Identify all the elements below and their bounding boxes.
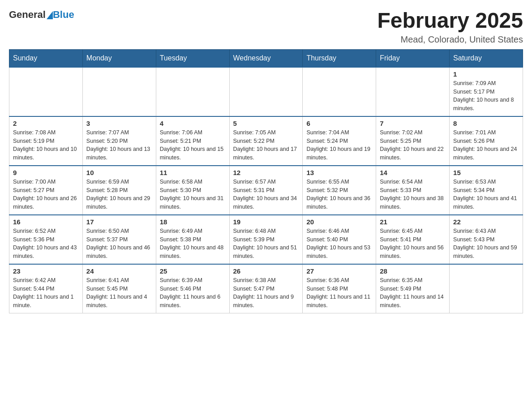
day-number: 23 xyxy=(13,267,79,275)
calendar-cell: 7Sunrise: 7:02 AMSunset: 5:25 PMDaylight… xyxy=(376,116,450,166)
calendar-cell: 19Sunrise: 6:48 AMSunset: 5:39 PMDayligh… xyxy=(229,215,303,264)
day-info: Sunrise: 7:09 AMSunset: 5:17 PMDaylight:… xyxy=(453,79,519,113)
day-info: Sunrise: 6:49 AMSunset: 5:38 PMDaylight:… xyxy=(160,227,226,261)
day-info: Sunrise: 6:39 AMSunset: 5:46 PMDaylight:… xyxy=(160,276,226,310)
day-info: Sunrise: 6:41 AMSunset: 5:45 PMDaylight:… xyxy=(86,276,152,310)
week-row: 1Sunrise: 7:09 AMSunset: 5:17 PMDaylight… xyxy=(9,67,523,116)
day-info: Sunrise: 6:45 AMSunset: 5:41 PMDaylight:… xyxy=(380,227,446,261)
day-number: 3 xyxy=(86,120,152,127)
day-info: Sunrise: 6:46 AMSunset: 5:40 PMDaylight:… xyxy=(306,227,372,261)
day-info: Sunrise: 6:36 AMSunset: 5:48 PMDaylight:… xyxy=(306,276,372,310)
calendar-cell: 9Sunrise: 7:00 AMSunset: 5:27 PMDaylight… xyxy=(9,166,83,215)
day-info: Sunrise: 7:00 AMSunset: 5:27 PMDaylight:… xyxy=(13,178,79,211)
day-number: 7 xyxy=(380,120,446,127)
calendar-cell xyxy=(9,67,83,116)
day-info: Sunrise: 6:42 AMSunset: 5:44 PMDaylight:… xyxy=(13,276,79,310)
week-row: 2Sunrise: 7:08 AMSunset: 5:19 PMDaylight… xyxy=(9,116,523,166)
day-number: 6 xyxy=(306,120,372,127)
day-number: 26 xyxy=(233,267,299,275)
day-number: 28 xyxy=(380,267,446,275)
calendar-cell: 10Sunrise: 6:59 AMSunset: 5:28 PMDayligh… xyxy=(82,166,156,215)
day-info: Sunrise: 6:55 AMSunset: 5:32 PMDaylight:… xyxy=(306,178,372,211)
calendar-table: SundayMondayTuesdayWednesdayThursdayFrid… xyxy=(9,49,523,314)
day-info: Sunrise: 7:07 AMSunset: 5:20 PMDaylight:… xyxy=(86,128,152,162)
calendar-cell: 3Sunrise: 7:07 AMSunset: 5:20 PMDaylight… xyxy=(82,116,156,166)
calendar-day-header: Sunday xyxy=(9,49,83,67)
calendar-cell: 27Sunrise: 6:36 AMSunset: 5:48 PMDayligh… xyxy=(303,264,376,313)
week-row: 16Sunrise: 6:52 AMSunset: 5:36 PMDayligh… xyxy=(9,215,523,264)
calendar-day-header: Friday xyxy=(376,49,450,67)
day-info: Sunrise: 6:35 AMSunset: 5:49 PMDaylight:… xyxy=(380,276,446,310)
day-info: Sunrise: 6:43 AMSunset: 5:43 PMDaylight:… xyxy=(453,227,519,261)
calendar-cell: 1Sunrise: 7:09 AMSunset: 5:17 PMDaylight… xyxy=(450,67,523,116)
day-info: Sunrise: 6:52 AMSunset: 5:36 PMDaylight:… xyxy=(13,227,79,261)
calendar-day-header: Saturday xyxy=(450,49,523,67)
day-number: 24 xyxy=(86,267,152,275)
calendar-cell: 17Sunrise: 6:50 AMSunset: 5:37 PMDayligh… xyxy=(82,215,156,264)
day-number: 8 xyxy=(453,120,519,127)
calendar-cell: 14Sunrise: 6:54 AMSunset: 5:33 PMDayligh… xyxy=(376,166,450,215)
day-number: 11 xyxy=(160,169,226,176)
day-number: 19 xyxy=(233,218,299,226)
calendar-cell xyxy=(82,67,156,116)
title-section: February 2025 Mead, Colorado, United Sta… xyxy=(377,9,523,45)
day-info: Sunrise: 6:58 AMSunset: 5:30 PMDaylight:… xyxy=(160,178,226,211)
day-number: 20 xyxy=(306,218,372,226)
calendar-cell: 16Sunrise: 6:52 AMSunset: 5:36 PMDayligh… xyxy=(9,215,83,264)
day-number: 2 xyxy=(13,120,79,127)
day-number: 15 xyxy=(453,169,519,176)
day-info: Sunrise: 6:59 AMSunset: 5:28 PMDaylight:… xyxy=(86,178,152,211)
day-number: 21 xyxy=(380,218,446,226)
calendar-cell: 4Sunrise: 7:06 AMSunset: 5:21 PMDaylight… xyxy=(156,116,229,166)
day-number: 13 xyxy=(306,169,372,176)
day-info: Sunrise: 7:02 AMSunset: 5:25 PMDaylight:… xyxy=(380,128,446,162)
day-info: Sunrise: 7:06 AMSunset: 5:21 PMDaylight:… xyxy=(160,128,226,162)
calendar-day-header: Wednesday xyxy=(229,49,303,67)
calendar-cell: 5Sunrise: 7:05 AMSunset: 5:22 PMDaylight… xyxy=(229,116,303,166)
calendar-cell: 15Sunrise: 6:53 AMSunset: 5:34 PMDayligh… xyxy=(450,166,523,215)
page-header: General Blue February 2025 Mead, Colorad… xyxy=(9,9,523,45)
logo-triangle-icon xyxy=(47,11,53,19)
day-info: Sunrise: 7:08 AMSunset: 5:19 PMDaylight:… xyxy=(13,128,79,162)
calendar-cell: 13Sunrise: 6:55 AMSunset: 5:32 PMDayligh… xyxy=(303,166,376,215)
calendar-cell xyxy=(450,264,523,313)
day-info: Sunrise: 7:01 AMSunset: 5:26 PMDaylight:… xyxy=(453,128,519,162)
calendar-cell xyxy=(376,67,450,116)
calendar-cell: 28Sunrise: 6:35 AMSunset: 5:49 PMDayligh… xyxy=(376,264,450,313)
calendar-cell xyxy=(229,67,303,116)
calendar-cell: 23Sunrise: 6:42 AMSunset: 5:44 PMDayligh… xyxy=(9,264,83,313)
day-number: 5 xyxy=(233,120,299,127)
logo-blue-text: Blue xyxy=(53,9,74,21)
week-row: 9Sunrise: 7:00 AMSunset: 5:27 PMDaylight… xyxy=(9,166,523,215)
day-info: Sunrise: 6:53 AMSunset: 5:34 PMDaylight:… xyxy=(453,178,519,211)
day-info: Sunrise: 6:57 AMSunset: 5:31 PMDaylight:… xyxy=(233,178,299,211)
calendar-cell: 18Sunrise: 6:49 AMSunset: 5:38 PMDayligh… xyxy=(156,215,229,264)
day-number: 27 xyxy=(306,267,372,275)
day-number: 17 xyxy=(86,218,152,226)
day-info: Sunrise: 6:50 AMSunset: 5:37 PMDaylight:… xyxy=(86,227,152,261)
day-info: Sunrise: 6:48 AMSunset: 5:39 PMDaylight:… xyxy=(233,227,299,261)
day-number: 4 xyxy=(160,120,226,127)
location-text: Mead, Colorado, United States xyxy=(377,34,523,45)
calendar-cell xyxy=(303,67,376,116)
calendar-cell: 21Sunrise: 6:45 AMSunset: 5:41 PMDayligh… xyxy=(376,215,450,264)
day-info: Sunrise: 6:38 AMSunset: 5:47 PMDaylight:… xyxy=(233,276,299,310)
day-number: 25 xyxy=(160,267,226,275)
calendar-day-header: Tuesday xyxy=(156,49,229,67)
day-number: 10 xyxy=(86,169,152,176)
calendar-header-row: SundayMondayTuesdayWednesdayThursdayFrid… xyxy=(9,49,523,67)
month-title: February 2025 xyxy=(377,9,523,33)
calendar-cell xyxy=(156,67,229,116)
calendar-cell: 20Sunrise: 6:46 AMSunset: 5:40 PMDayligh… xyxy=(303,215,376,264)
calendar-cell: 26Sunrise: 6:38 AMSunset: 5:47 PMDayligh… xyxy=(229,264,303,313)
logo: General Blue xyxy=(9,9,74,21)
calendar-cell: 8Sunrise: 7:01 AMSunset: 5:26 PMDaylight… xyxy=(450,116,523,166)
calendar-day-header: Monday xyxy=(82,49,156,67)
logo-general-text: General xyxy=(9,9,46,21)
day-info: Sunrise: 7:04 AMSunset: 5:24 PMDaylight:… xyxy=(306,128,372,162)
calendar-cell: 6Sunrise: 7:04 AMSunset: 5:24 PMDaylight… xyxy=(303,116,376,166)
day-number: 16 xyxy=(13,218,79,226)
day-number: 14 xyxy=(380,169,446,176)
calendar-cell: 12Sunrise: 6:57 AMSunset: 5:31 PMDayligh… xyxy=(229,166,303,215)
calendar-cell: 24Sunrise: 6:41 AMSunset: 5:45 PMDayligh… xyxy=(82,264,156,313)
